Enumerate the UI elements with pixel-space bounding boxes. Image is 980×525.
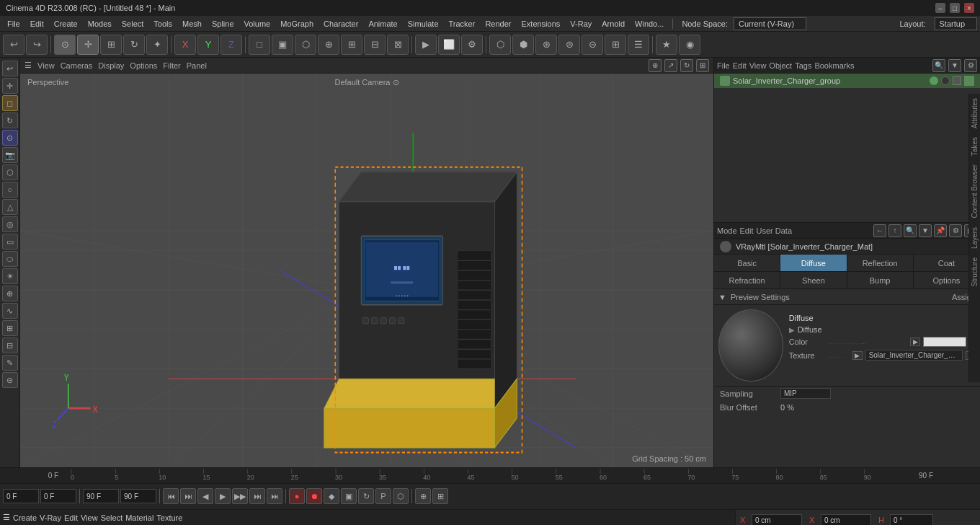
- menu-animate[interactable]: Animate: [364, 18, 401, 30]
- left-btn-camera[interactable]: 📷: [2, 147, 18, 163]
- expand-arrow[interactable]: ▶: [789, 326, 795, 334]
- undo-btn[interactable]: ↩: [3, 35, 24, 55]
- node-space-dropdown[interactable]: Current (V-Ray): [734, 17, 806, 30]
- vp-panel-menu[interactable]: Panel: [187, 61, 207, 70]
- mat-select-menu[interactable]: Select: [101, 513, 123, 522]
- prev-key-btn[interactable]: ⏭: [180, 488, 196, 504]
- texture-expand-btn[interactable]: ▶: [852, 351, 863, 360]
- prev-frame-btn[interactable]: ◀: [197, 488, 213, 504]
- menu-arnold[interactable]: Arnold: [597, 18, 629, 30]
- rtab-attributes[interactable]: Attributes: [969, 94, 980, 133]
- tab-bump[interactable]: Bump: [847, 272, 914, 288]
- sym-btn[interactable]: ⊟: [364, 35, 386, 55]
- next-frame-btn[interactable]: ▶▶: [232, 488, 248, 504]
- mat-view-menu[interactable]: View: [81, 513, 98, 522]
- motion-blur-btn[interactable]: ⬡: [393, 488, 409, 504]
- color-expand-btn[interactable]: ▶: [910, 338, 920, 346]
- rtab-takes[interactable]: Takes: [969, 133, 980, 160]
- play-to-start-btn[interactable]: ⏮: [163, 488, 179, 504]
- live-select-btn[interactable]: ⊙: [54, 35, 76, 55]
- om-item-group[interactable]: Solar_Inverter_Charger_group: [714, 74, 980, 88]
- poly-mode-btn[interactable]: ⬡: [295, 35, 316, 55]
- attr-settings-btn[interactable]: ⚙: [949, 224, 962, 237]
- view-btn3[interactable]: ⊛: [535, 35, 557, 55]
- menu-window[interactable]: Windo...: [631, 18, 668, 30]
- om-settings-btn[interactable]: ⚙: [964, 59, 977, 72]
- fx-btn[interactable]: ◉: [679, 35, 700, 55]
- left-btn-4[interactable]: ↻: [2, 112, 18, 128]
- play-to-end-btn[interactable]: ⏭: [267, 488, 282, 504]
- menu-tools[interactable]: Tools: [149, 18, 177, 30]
- tab-sheen[interactable]: Sheen: [780, 272, 847, 288]
- redo-btn[interactable]: ↪: [26, 35, 48, 55]
- om-filter-btn[interactable]: ▼: [948, 59, 961, 72]
- vp-rotate-btn[interactable]: ↻: [680, 59, 693, 72]
- menu-render[interactable]: Render: [481, 18, 515, 30]
- move-tool-btn[interactable]: ✛: [77, 35, 99, 55]
- menu-spline[interactable]: Spline: [208, 18, 239, 30]
- left-btn-5[interactable]: ⊙: [2, 130, 18, 146]
- grid-btn[interactable]: ⊞: [341, 35, 362, 55]
- view-btn7[interactable]: ☰: [628, 35, 649, 55]
- mat-vray-menu[interactable]: V-Ray: [40, 513, 61, 522]
- end-frame-input[interactable]: [83, 489, 119, 503]
- vp-move-btn[interactable]: ↗: [664, 59, 677, 72]
- tab-diffuse[interactable]: Diffuse: [780, 255, 847, 271]
- left-btn-light[interactable]: ☀: [2, 268, 18, 284]
- left-btn-sculpt[interactable]: ⊝: [2, 372, 18, 388]
- menu-volume[interactable]: Volume: [240, 18, 275, 30]
- start-frame-input[interactable]: [3, 489, 39, 503]
- weld-btn[interactable]: ⊠: [387, 35, 409, 55]
- render-preview-btn[interactable]: ▶: [415, 35, 437, 55]
- next-key-btn[interactable]: ⏭: [249, 488, 265, 504]
- x-size-input[interactable]: [821, 514, 871, 525]
- snap-timeline-btn[interactable]: ⊕: [415, 488, 431, 504]
- menu-simulate[interactable]: Simulate: [404, 18, 443, 30]
- attr-up-btn[interactable]: ↑: [888, 224, 901, 237]
- om-file-menu[interactable]: File: [717, 61, 730, 70]
- menu-create[interactable]: Create: [50, 18, 82, 30]
- maximize-btn[interactable]: □: [950, 3, 960, 13]
- left-btn-2[interactable]: ✛: [2, 78, 18, 94]
- om-view-menu[interactable]: View: [749, 61, 767, 70]
- layout-dropdown[interactable]: Startup: [935, 17, 977, 30]
- preview-settings-row[interactable]: ▼ Preview Settings Assign: [714, 289, 980, 305]
- view-btn5[interactable]: ⊝: [582, 35, 603, 55]
- view-btn2[interactable]: ⬢: [512, 35, 534, 55]
- om-edit-menu[interactable]: Edit: [733, 61, 747, 70]
- left-btn-3[interactable]: ◻: [2, 95, 18, 111]
- attr-filter-btn[interactable]: ▼: [919, 224, 932, 237]
- timeline-btn[interactable]: ↻: [358, 488, 374, 504]
- left-btn-deform[interactable]: ⊟: [2, 338, 18, 353]
- menu-tracker[interactable]: Tracker: [445, 18, 480, 30]
- vp-fullscreen-btn[interactable]: ⊞: [696, 59, 709, 72]
- scale-tool-btn[interactable]: ⊞: [100, 35, 122, 55]
- menu-mesh[interactable]: Mesh: [178, 18, 206, 30]
- vp-view-menu[interactable]: View: [37, 61, 55, 70]
- tab-refraction[interactable]: Refraction: [714, 272, 780, 288]
- attr-search-btn[interactable]: 🔍: [904, 224, 917, 237]
- left-btn-cube[interactable]: ⬡: [2, 164, 18, 180]
- mat-material-menu[interactable]: Material: [125, 513, 153, 522]
- vp-cameras-menu[interactable]: Cameras: [61, 61, 93, 70]
- left-btn-dyn[interactable]: ⊞: [2, 320, 18, 336]
- object-mode-btn[interactable]: □: [249, 35, 270, 55]
- attr-userdata-menu[interactable]: User Data: [757, 226, 793, 235]
- vp-display-menu[interactable]: Display: [98, 61, 124, 70]
- left-btn-sphere[interactable]: ○: [2, 182, 18, 198]
- fcurve-btn[interactable]: P: [375, 488, 391, 504]
- mat-texture-menu[interactable]: Texture: [156, 513, 182, 522]
- close-btn[interactable]: ×: [964, 3, 974, 13]
- anim-btn[interactable]: ★: [656, 35, 677, 55]
- om-tag-icon[interactable]: [964, 76, 974, 86]
- menu-select[interactable]: Select: [117, 18, 148, 30]
- mat-menu-icon[interactable]: ☰: [3, 513, 10, 522]
- rtab-content[interactable]: Content Browser: [969, 160, 980, 222]
- menu-extensions[interactable]: Extensions: [517, 18, 564, 30]
- om-render-icon[interactable]: [941, 76, 950, 85]
- current-frame-input[interactable]: [40, 489, 76, 503]
- menu-file[interactable]: File: [3, 18, 24, 30]
- play-btn[interactable]: ▶: [215, 488, 231, 504]
- view-btn4[interactable]: ⊜: [558, 35, 580, 55]
- menu-vray[interactable]: V-Ray: [566, 18, 596, 30]
